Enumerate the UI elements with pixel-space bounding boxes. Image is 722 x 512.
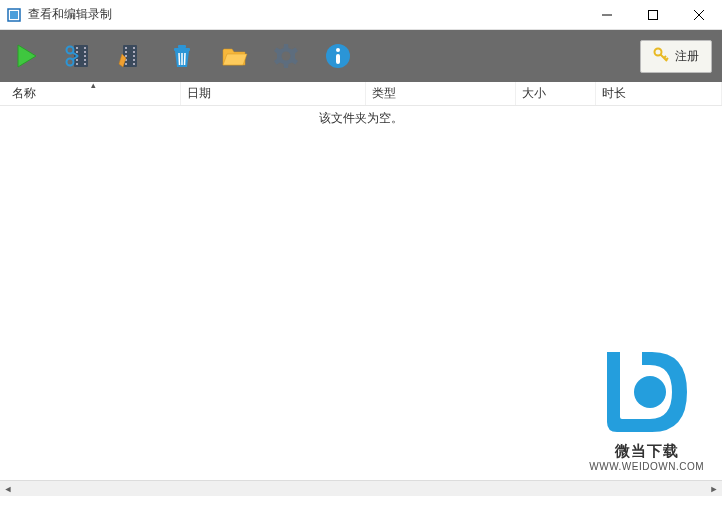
scroll-left-button[interactable]: ◄: [0, 481, 16, 497]
svg-rect-1: [10, 11, 18, 19]
svg-rect-28: [133, 47, 135, 49]
horizontal-scrollbar[interactable]: ◄ ►: [0, 480, 722, 496]
delete-button[interactable]: [166, 40, 198, 72]
svg-rect-12: [76, 63, 78, 65]
settings-button[interactable]: [270, 40, 302, 72]
column-header-date[interactable]: 日期: [181, 82, 366, 105]
register-button[interactable]: 注册: [640, 40, 712, 73]
table-header: 名称 ▴ 日期 类型 大小 时长: [0, 82, 722, 106]
column-header-type[interactable]: 类型: [366, 82, 516, 105]
close-button[interactable]: [676, 0, 722, 30]
svg-rect-32: [133, 63, 135, 65]
svg-marker-6: [18, 45, 36, 67]
sort-ascending-icon: ▴: [91, 82, 96, 90]
key-icon: [653, 47, 669, 66]
titlebar: 查看和编辑录制: [0, 0, 722, 30]
svg-rect-13: [84, 47, 86, 49]
open-folder-button[interactable]: [218, 40, 250, 72]
minimize-button[interactable]: [584, 0, 630, 30]
toolbar: 注册: [0, 30, 722, 82]
empty-folder-message: 该文件夹为空。: [0, 110, 722, 127]
column-header-name[interactable]: 名称 ▴: [6, 82, 181, 105]
app-icon: [6, 7, 22, 23]
column-header-duration[interactable]: 时长: [596, 82, 722, 105]
scroll-track[interactable]: [16, 481, 706, 496]
svg-rect-25: [125, 55, 127, 57]
svg-rect-23: [125, 47, 127, 49]
info-button[interactable]: [322, 40, 354, 72]
svg-rect-3: [649, 11, 658, 20]
scroll-right-button[interactable]: ►: [706, 481, 722, 497]
window-title: 查看和编辑录制: [28, 6, 584, 23]
svg-point-41: [336, 48, 340, 52]
svg-rect-30: [133, 55, 135, 57]
svg-rect-15: [84, 55, 86, 57]
svg-rect-24: [125, 51, 127, 53]
register-button-label: 注册: [675, 48, 699, 65]
svg-rect-35: [174, 48, 190, 51]
svg-line-36: [179, 53, 180, 65]
svg-rect-17: [84, 63, 86, 65]
svg-point-39: [282, 52, 291, 61]
svg-rect-9: [76, 51, 78, 53]
svg-rect-16: [84, 59, 86, 61]
svg-line-45: [664, 56, 666, 58]
svg-rect-42: [336, 54, 340, 64]
svg-line-46: [666, 58, 668, 60]
svg-rect-34: [178, 45, 186, 48]
svg-rect-31: [133, 59, 135, 61]
svg-rect-11: [76, 59, 78, 61]
content-area: 名称 ▴ 日期 类型 大小 时长 该文件夹为空。 ◄ ► 微当下载 WWW.WE…: [0, 82, 722, 496]
svg-line-38: [185, 53, 186, 65]
column-header-size[interactable]: 大小: [516, 82, 596, 105]
svg-rect-8: [76, 47, 78, 49]
play-button[interactable]: [10, 40, 42, 72]
split-recording-button[interactable]: [62, 40, 94, 72]
edit-recording-button[interactable]: [114, 40, 146, 72]
window-controls: [584, 0, 722, 29]
svg-point-43: [655, 48, 662, 55]
svg-rect-27: [125, 63, 127, 65]
svg-rect-29: [133, 51, 135, 53]
svg-rect-14: [84, 51, 86, 53]
maximize-button[interactable]: [630, 0, 676, 30]
table-body: 该文件夹为空。: [0, 106, 722, 478]
